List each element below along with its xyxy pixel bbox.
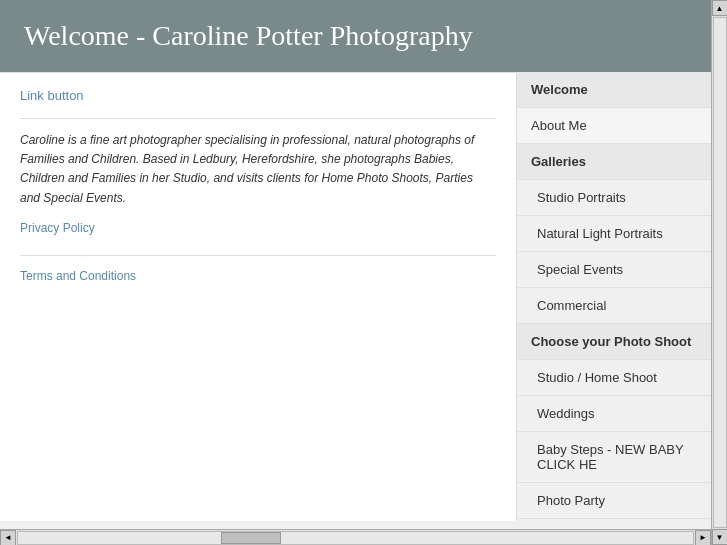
nav-galleries[interactable]: Galleries — [517, 144, 711, 180]
nav-natural-light[interactable]: Natural Light Portraits — [517, 216, 711, 252]
site-header: Welcome - Caroline Potter Photography — [0, 0, 711, 72]
divider-2 — [20, 255, 496, 256]
nav-weddings[interactable]: Weddings — [517, 396, 711, 432]
nav-special-events[interactable]: Special Events — [517, 252, 711, 288]
page-layout: Link button Caroline is a fine art photo… — [0, 72, 711, 521]
browser-window: ▲ ▼ ◄ ► Welcome - Caroline Potter Photog… — [0, 0, 727, 545]
link-button[interactable]: Link button — [20, 88, 496, 103]
nav-about[interactable]: About Me — [517, 108, 711, 144]
nav-commercial[interactable]: Commercial — [517, 288, 711, 324]
terms-conditions-link[interactable]: Terms and Conditions — [20, 269, 136, 283]
nav-choose-shoot[interactable]: Choose your Photo Shoot — [517, 324, 711, 360]
nav-photo-party[interactable]: Photo Party — [517, 483, 711, 519]
intro-paragraph: Caroline is a fine art photographer spec… — [20, 131, 496, 208]
scrollbar-track-horizontal[interactable] — [17, 531, 694, 545]
nav-christenings[interactable]: Christenings / Special E... — [517, 519, 711, 529]
nav-studio-home[interactable]: Studio / Home Shoot — [517, 360, 711, 396]
nav-welcome[interactable]: Welcome — [517, 72, 711, 108]
scroll-left-button[interactable]: ◄ — [0, 530, 16, 546]
scrollbar-track-vertical[interactable] — [713, 17, 727, 528]
scroll-right-button[interactable]: ► — [695, 530, 711, 546]
scrollbar-thumb-horizontal[interactable] — [221, 532, 281, 544]
sidebar-nav: WelcomeAbout MeGalleriesStudio Portraits… — [516, 72, 711, 521]
nav-baby-steps[interactable]: Baby Steps - NEW BABY CLICK HE — [517, 432, 711, 483]
privacy-policy-link[interactable]: Privacy Policy — [20, 221, 95, 235]
scroll-up-button[interactable]: ▲ — [712, 0, 728, 16]
scroll-down-button[interactable]: ▼ — [712, 529, 728, 545]
scrollbar-horizontal[interactable]: ◄ ► — [0, 529, 711, 545]
main-wrapper: Welcome - Caroline Potter Photography Li… — [0, 0, 711, 529]
nav-studio-portraits[interactable]: Studio Portraits — [517, 180, 711, 216]
site-title: Welcome - Caroline Potter Photography — [24, 20, 687, 52]
main-content-area: Link button Caroline is a fine art photo… — [0, 72, 516, 521]
divider-1 — [20, 118, 496, 119]
scrollbar-vertical[interactable]: ▲ ▼ — [711, 0, 727, 545]
